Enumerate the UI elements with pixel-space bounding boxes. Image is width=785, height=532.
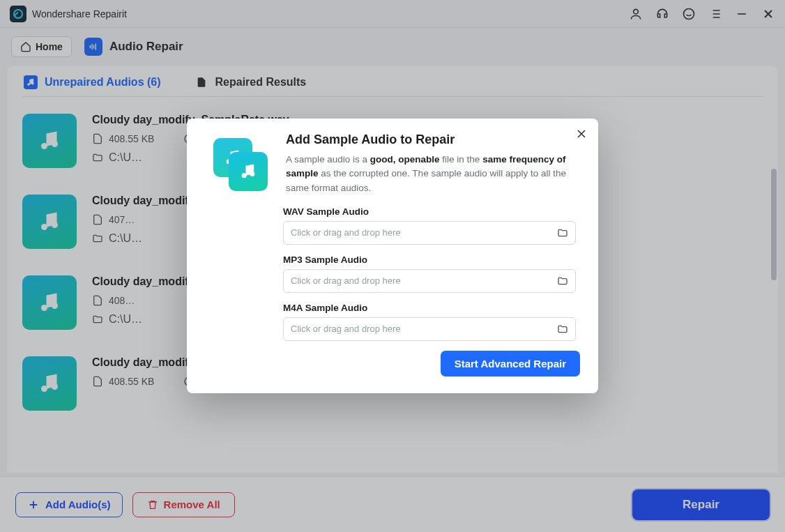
m4a-label: M4A Sample Audio: [283, 303, 576, 313]
folder-icon: [557, 324, 568, 335]
wav-label: WAV Sample Audio: [283, 206, 576, 217]
folder-icon: [557, 227, 568, 238]
start-advanced-repair-button[interactable]: Start Advanced Repair: [441, 351, 580, 377]
wav-placeholder: Click or drag and drop here: [291, 227, 557, 238]
dialog-hero-icon: [213, 138, 269, 194]
mp3-placeholder: Click or drag and drop here: [291, 275, 557, 286]
m4a-placeholder: Click or drag and drop here: [291, 324, 557, 334]
svg-point-22: [250, 172, 254, 176]
mp3-label: MP3 Sample Audio: [283, 254, 576, 265]
dialog-title: Add Sample Audio to Repair: [286, 132, 580, 147]
folder-icon: [557, 275, 568, 287]
mp3-input[interactable]: Click or drag and drop here: [283, 269, 576, 293]
svg-point-21: [242, 173, 247, 178]
dialog-description: A sample audio is a good, openable file …: [286, 153, 580, 195]
wav-input[interactable]: Click or drag and drop here: [283, 221, 576, 245]
start-advanced-repair-label: Start Advanced Repair: [455, 358, 566, 370]
m4a-input[interactable]: Click or drag and drop here: [283, 317, 576, 341]
dialog-close-icon[interactable]: [574, 127, 588, 141]
modal-overlay: Add Sample Audio to Repair A sample audi…: [0, 0, 785, 532]
add-sample-dialog: Add Sample Audio to Repair A sample audi…: [187, 119, 598, 393]
